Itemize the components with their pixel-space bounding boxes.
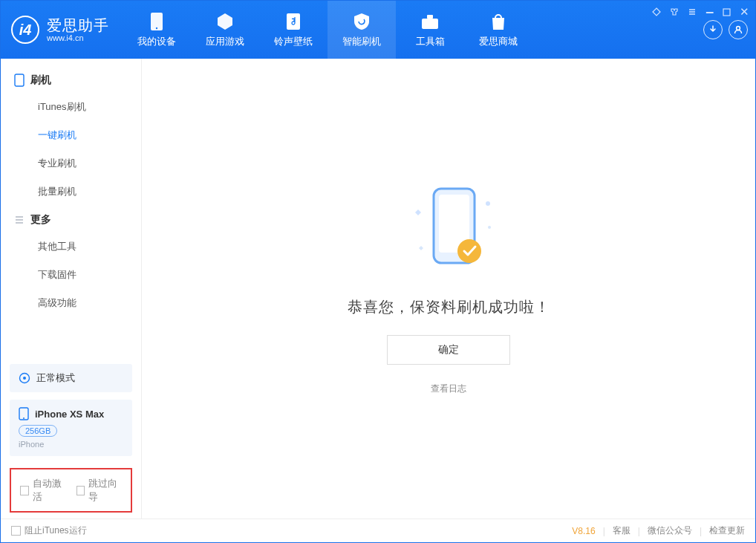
- user-button[interactable]: [729, 20, 748, 39]
- device-type: iPhone: [19, 440, 123, 449]
- logo: i4 爱思助手 www.i4.cn: [1, 1, 123, 59]
- list-icon: [14, 215, 25, 225]
- sidebar-item-batch-flash[interactable]: 批量刷机: [1, 178, 141, 206]
- svg-point-6: [737, 27, 740, 30]
- svg-point-11: [23, 417, 25, 419]
- sidebar-group-flash: 刷机: [1, 66, 141, 93]
- success-illustration: [393, 183, 504, 279]
- svg-point-15: [486, 201, 490, 206]
- svg-point-9: [23, 377, 26, 380]
- sidebar-item-other-tools[interactable]: 其他工具: [1, 233, 141, 261]
- sidebar-item-download-firmware[interactable]: 下载固件: [1, 261, 141, 289]
- app-title: 爱思助手: [47, 17, 109, 33]
- svg-point-16: [488, 226, 491, 229]
- device-icon: [19, 407, 29, 420]
- svg-rect-0: [723, 9, 730, 16]
- svg-point-14: [457, 239, 481, 263]
- logo-icon: i4: [11, 16, 39, 44]
- phone-outline-icon: [14, 74, 25, 87]
- device-name-text: iPhone XS Max: [35, 409, 104, 420]
- checkbox-skip-wizard[interactable]: 跳过向导: [76, 477, 123, 504]
- close-button[interactable]: ✕: [740, 5, 749, 19]
- tab-apps-games[interactable]: 应用游戏: [191, 1, 259, 59]
- mode-box[interactable]: 正常模式: [10, 364, 132, 392]
- app-url: www.i4.cn: [47, 33, 109, 42]
- sidebar-item-itunes-flash[interactable]: iTunes刷机: [1, 93, 141, 121]
- tab-store[interactable]: 爱思商城: [464, 1, 532, 59]
- refresh-icon: [19, 372, 30, 384]
- ok-button[interactable]: 确定: [387, 335, 510, 365]
- tab-ringtones[interactable]: 铃声壁纸: [259, 1, 328, 59]
- mode-label: 正常模式: [36, 371, 75, 385]
- cube-icon: [215, 12, 235, 31]
- footer-link-update[interactable]: 检查更新: [709, 524, 745, 537]
- skin-icon[interactable]: [670, 7, 679, 16]
- sidebar-item-oneclick-flash[interactable]: 一键刷机: [1, 121, 141, 149]
- shield-refresh-icon: [352, 12, 371, 31]
- version-text: V8.16: [572, 526, 595, 536]
- svg-rect-5: [427, 15, 433, 19]
- success-message: 恭喜您，保资料刷机成功啦！: [348, 297, 550, 317]
- checkbox-block-itunes[interactable]: 阻止iTunes运行: [11, 524, 87, 537]
- content: 恭喜您，保资料刷机成功啦！ 确定 查看日志: [142, 59, 755, 518]
- minimize-button[interactable]: ‒: [706, 9, 714, 15]
- sidebar: 刷机 iTunes刷机 一键刷机 专业刷机 批量刷机 更多 其他工具 下载固件 …: [1, 59, 142, 518]
- nav-tabs: 我的设备 应用游戏 铃声壁纸 智能刷机 工具箱 爱思商城: [123, 1, 532, 59]
- device-capacity: 256GB: [19, 425, 57, 437]
- header: i4 爱思助手 www.i4.cn 我的设备 应用游戏 铃声壁纸 智能刷机: [1, 1, 755, 59]
- svg-point-2: [156, 27, 157, 28]
- sidebar-item-pro-flash[interactable]: 专业刷机: [1, 149, 141, 178]
- music-icon: [284, 12, 303, 31]
- theme-icon[interactable]: [652, 7, 661, 16]
- sidebar-group-more: 更多: [1, 206, 141, 233]
- window-controls: ‒ ✕: [652, 5, 749, 19]
- phone-icon: [147, 12, 166, 31]
- tab-my-device[interactable]: 我的设备: [123, 1, 191, 59]
- download-button[interactable]: [703, 20, 723, 39]
- footer-link-wechat[interactable]: 微信公众号: [648, 524, 692, 537]
- svg-rect-4: [422, 19, 438, 29]
- footer-link-support[interactable]: 客服: [613, 524, 630, 537]
- options-row: 自动激活 跳过向导: [10, 468, 132, 513]
- svg-rect-7: [15, 74, 24, 86]
- bag-icon: [489, 12, 508, 31]
- checkbox-auto-activate[interactable]: 自动激活: [20, 477, 66, 504]
- tab-toolbox[interactable]: 工具箱: [396, 1, 464, 59]
- sidebar-item-advanced[interactable]: 高级功能: [1, 289, 141, 317]
- toolbox-icon: [420, 12, 440, 31]
- device-card[interactable]: iPhone XS Max 256GB iPhone: [10, 400, 132, 456]
- footer: 阻止iTunes运行 V8.16 | 客服 | 微信公众号 | 检查更新: [1, 518, 755, 542]
- maximize-button[interactable]: [723, 8, 731, 16]
- view-log-link[interactable]: 查看日志: [431, 383, 466, 395]
- tab-flash[interactable]: 智能刷机: [328, 1, 396, 59]
- menu-icon[interactable]: [688, 7, 697, 16]
